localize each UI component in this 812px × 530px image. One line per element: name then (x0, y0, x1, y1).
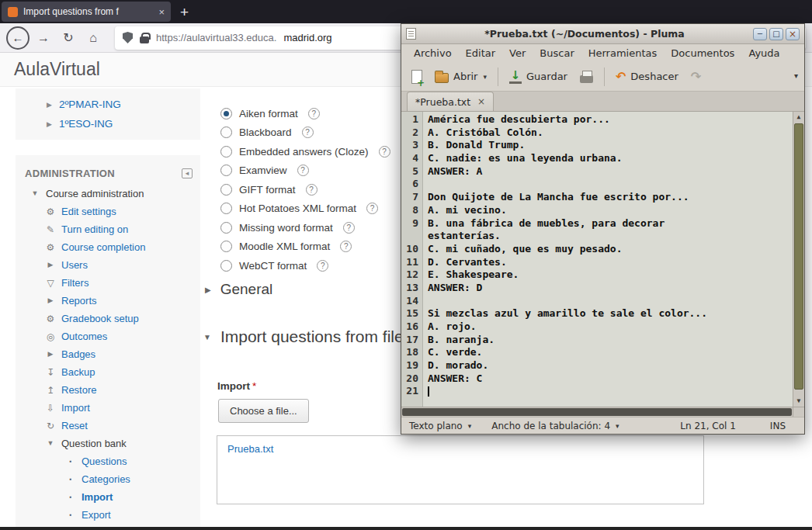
course-item-2pmar-ing[interactable]: ▶ 2ºPMAR-ING (16, 95, 200, 114)
chevron-down-icon[interactable]: ▼ (29, 190, 40, 197)
radio-button[interactable] (220, 146, 232, 158)
line-text[interactable]: C. mi cuñado, que es muy pesado. (418, 243, 622, 256)
chevron-right-icon[interactable]: ▶ (205, 286, 211, 294)
admin-item-backup[interactable]: ↧ Backup (16, 363, 200, 381)
radio-button[interactable] (220, 184, 232, 196)
editor-line[interactable]: 14 (401, 295, 793, 308)
section-import-questions[interactable]: ▼ Import questions from file (203, 327, 404, 346)
uploaded-file-link[interactable]: Prueba.txt (227, 443, 273, 455)
admin-item-import-questions[interactable]: ▪ Import (16, 488, 200, 506)
line-text[interactable]: ANSWER: D (418, 282, 482, 295)
line-text[interactable] (418, 385, 429, 398)
menu-ayuda[interactable]: Ayuda (741, 47, 786, 59)
help-icon[interactable]: ? (379, 146, 390, 158)
chevron-right-icon[interactable]: ▶ (45, 297, 56, 304)
radio-button[interactable] (220, 203, 232, 214)
new-document-button[interactable] (406, 67, 428, 87)
editor-line[interactable]: 16A. rojo. (401, 320, 793, 334)
text-editor[interactable]: 1América fue descubierta por... 2A. Cris… (401, 112, 804, 417)
editor-line-wrap[interactable]: estanterías. (401, 230, 793, 243)
line-text[interactable]: ANSWER: C (418, 372, 482, 386)
tab-close-icon[interactable]: × (477, 96, 485, 107)
forward-button[interactable]: → (33, 31, 54, 45)
radio-button[interactable] (220, 165, 232, 176)
editor-line[interactable]: 19D. morado. (401, 359, 793, 372)
editor-line-current[interactable]: 21 (401, 385, 793, 398)
line-text[interactable]: Don Quijote de La Mancha fue escrito por… (418, 191, 689, 204)
home-button[interactable]: ⌂ (82, 31, 104, 45)
line-text[interactable]: Si mezclas azul y amarillo te sale el co… (418, 307, 707, 320)
line-text[interactable]: E. Shakespeare. (418, 268, 519, 282)
print-button[interactable] (574, 67, 599, 86)
admin-item-outcomes[interactable]: ◎ Outcomes (16, 327, 200, 345)
format-option-hot-potatoes[interactable]: Hot Potatoes XML format ? (220, 199, 390, 219)
new-tab-button[interactable]: + (180, 5, 189, 19)
redo-button[interactable]: ↷ (685, 68, 706, 86)
admin-item-badges[interactable]: ▶ Badges (16, 345, 200, 363)
admin-item-turn-editing-on[interactable]: ✎ Turn editing on (16, 220, 200, 238)
reload-button[interactable]: ↻ (57, 30, 79, 45)
admin-item-reset[interactable]: ↻ Reset (16, 417, 200, 435)
editor-line[interactable]: 18C. verde. (401, 346, 793, 359)
menu-archivo[interactable]: Archivo (407, 47, 459, 59)
course-link[interactable]: 1ºESO-ING (59, 118, 113, 130)
site-title[interactable]: AulaVirtual (14, 59, 100, 80)
dock-block-icon[interactable]: ◂ (182, 168, 193, 178)
line-text[interactable]: B. naranja. (418, 334, 494, 347)
format-option-cloze[interactable]: Embedded answers (Cloze) ? (220, 142, 390, 161)
admin-item-course-completion[interactable]: ⚙ Course completion (16, 238, 200, 256)
format-option-gift[interactable]: GIFT format ? (220, 180, 390, 199)
minimize-button[interactable]: − (753, 28, 767, 40)
vertical-scrollbar-thumb[interactable] (794, 123, 803, 390)
format-option-aiken[interactable]: Aiken format ? (220, 104, 390, 123)
admin-item-questions[interactable]: ▪ Questions (16, 452, 200, 470)
line-text[interactable] (418, 295, 428, 308)
line-text[interactable]: D. morado. (418, 359, 488, 372)
padlock-icon[interactable] (140, 36, 149, 43)
admin-item-edit-settings[interactable]: ⚙ Edit settings (16, 203, 200, 220)
admin-item-filters[interactable]: ▽ Filters (16, 274, 200, 292)
scroll-up-icon[interactable]: ▲ (793, 112, 804, 123)
line-text[interactable]: A. rojo. (418, 320, 477, 334)
format-option-moodle-xml[interactable]: Moodle XML format ? (220, 237, 390, 257)
highlight-mode-selector[interactable]: Texto plano ▾ (409, 421, 471, 431)
help-icon[interactable]: ? (306, 184, 318, 196)
pluma-title-bar[interactable]: *Prueba.txt (~/Documentos) - Pluma − □ × (401, 24, 804, 44)
editor-line[interactable]: 20ANSWER: C (401, 372, 793, 386)
admin-item-export[interactable]: ▪ Export (16, 506, 200, 524)
admin-item-restore[interactable]: ↥ Restore (16, 381, 200, 399)
chevron-right-icon[interactable]: ▶ (45, 262, 56, 268)
line-text[interactable]: D. Cervantes. (418, 256, 507, 269)
editor-line[interactable]: 5ANSWER: A (401, 165, 793, 178)
help-icon[interactable]: ? (366, 203, 378, 214)
horizontal-scrollbar-thumb[interactable] (402, 408, 792, 416)
menu-documentos[interactable]: Documentos (664, 47, 741, 59)
line-text[interactable]: América fue descubierta por... (418, 113, 610, 126)
editor-line[interactable]: 17B. naranja. (401, 334, 793, 347)
close-button[interactable]: × (786, 28, 800, 40)
scroll-down-icon[interactable]: ▼ (793, 396, 804, 407)
editor-line[interactable]: 7Don Quijote de La Mancha fue escrito po… (401, 191, 793, 204)
chevron-down-icon[interactable]: ▼ (45, 440, 56, 447)
help-icon[interactable]: ? (343, 222, 355, 234)
editor-line[interactable]: 2A. Cristóbal Colón. (401, 126, 793, 140)
course-link[interactable]: 2ºPMAR-ING (59, 99, 121, 110)
chevron-right-icon[interactable]: ▶ (47, 120, 52, 128)
format-option-webct[interactable]: WebCT format ? (220, 256, 390, 275)
chevron-down-icon[interactable]: ▼ (203, 333, 211, 341)
editor-line[interactable]: 1América fue descubierta por... (401, 113, 793, 126)
line-text[interactable]: ANSWER: A (418, 165, 482, 178)
editor-line[interactable]: 3B. Donald Trump. (401, 139, 793, 152)
radio-button[interactable] (220, 260, 232, 272)
radio-button-selected[interactable] (220, 108, 232, 120)
toolbar-overflow-button[interactable]: ▾ (794, 71, 798, 80)
line-text[interactable]: B. una fábrica de muebles, para decorar (418, 217, 665, 230)
menu-ver[interactable]: Ver (502, 47, 533, 59)
section-general[interactable]: ▶ General (205, 281, 272, 298)
menu-editar[interactable]: Editar (459, 47, 503, 59)
course-item-1eso-ing[interactable]: ▶ 1ºESO-ING (16, 114, 200, 133)
menu-herramientas[interactable]: Herramientas (581, 47, 665, 59)
line-text[interactable]: A. Cristóbal Colón. (418, 126, 543, 140)
save-button[interactable]: ↓ Guardar (504, 67, 573, 87)
format-option-blackboard[interactable]: Blackboard ? (220, 123, 390, 143)
